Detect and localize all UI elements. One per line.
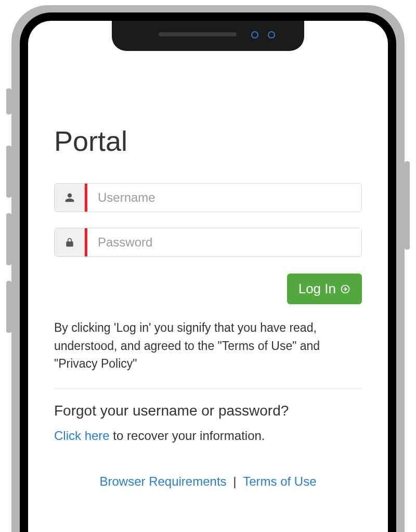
phone-side-button: [6, 213, 11, 265]
forgot-rest: to recover your information.: [110, 429, 265, 443]
phone-notch: [112, 21, 304, 51]
recover-link[interactable]: Click here: [54, 429, 110, 443]
browser-requirements-link[interactable]: Browser Requirements: [99, 474, 226, 488]
password-input[interactable]: [87, 228, 361, 256]
username-input[interactable]: [87, 184, 361, 212]
arrow-right-circle-icon: [340, 284, 350, 294]
phone-speaker: [159, 32, 237, 36]
footer-separator: |: [230, 474, 240, 488]
phone-side-button: [405, 161, 410, 250]
forgot-text: Click here to recover your information.: [54, 429, 362, 443]
phone-side-button: [6, 88, 11, 114]
phone-side-button: [6, 281, 11, 333]
forgot-heading: Forgot your username or password?: [54, 403, 362, 419]
divider: [54, 388, 362, 389]
password-group: [54, 228, 362, 257]
page-title: Portal: [54, 125, 362, 157]
phone-screen: Portal Log In By clicking: [28, 21, 388, 532]
login-button-label: Log In: [298, 281, 336, 297]
disclaimer-text: By clicking 'Log in' you signify that yo…: [54, 319, 362, 373]
button-row: Log In: [54, 274, 362, 304]
footer-links: Browser Requirements | Terms of Use: [54, 474, 362, 489]
login-button[interactable]: Log In: [287, 274, 362, 304]
lock-icon: [55, 228, 85, 256]
phone-camera-icon: [268, 31, 275, 38]
phone-sensor-icon: [251, 31, 258, 38]
terms-of-use-link[interactable]: Terms of Use: [243, 474, 316, 488]
username-group: [54, 183, 362, 212]
user-icon: [55, 184, 85, 212]
phone-side-button: [6, 146, 11, 198]
login-form: Portal Log In By clicking: [28, 21, 388, 489]
